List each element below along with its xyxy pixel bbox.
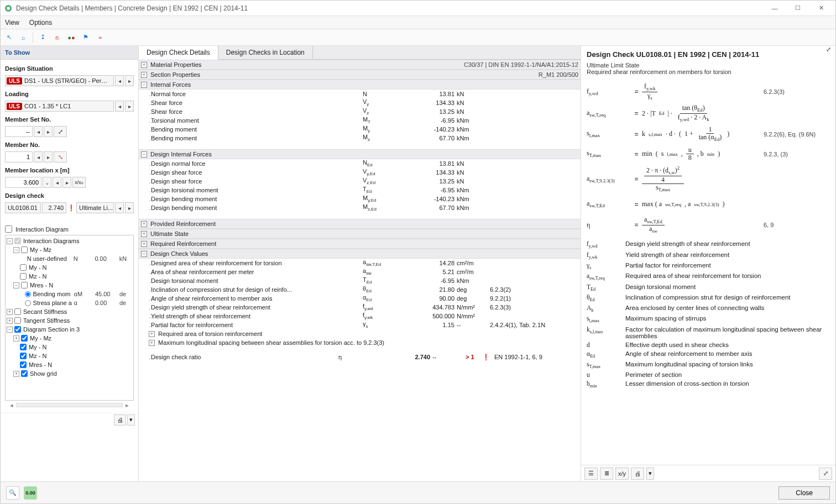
- formula-row: η=asw,T,Edasw6, 9: [587, 216, 830, 234]
- tab-location[interactable]: Design Checks in Location: [218, 46, 313, 59]
- data-row: Area of shear reinforcement per meterasw…: [139, 267, 581, 276]
- mset-next-button[interactable]: ▸: [44, 126, 53, 137]
- loading-label: Loading: [5, 91, 134, 97]
- loading-prev-button[interactable]: ◂: [115, 101, 124, 112]
- left-heading: To Show: [1, 46, 138, 60]
- dc-name-combo[interactable]: Ultimate Li... ⌄: [76, 202, 114, 213]
- mno-prev-button[interactable]: ◂: [34, 151, 43, 162]
- left-print-button[interactable]: 🖨: [114, 414, 126, 426]
- tool-dots-icon[interactable]: ●●: [65, 32, 77, 44]
- grp-internal-toggle[interactable]: −: [141, 82, 147, 88]
- rtool-list-icon[interactable]: ≣: [600, 468, 613, 480]
- definition-row: uPerimeter of section: [587, 370, 830, 379]
- mloc-next-button[interactable]: ▸: [62, 177, 71, 188]
- grp-dcv-toggle[interactable]: −: [141, 251, 147, 257]
- right-expand-icon[interactable]: ⤢: [826, 46, 834, 54]
- sub-reqarea-toggle[interactable]: +: [149, 331, 155, 337]
- design-situation-label: Design Situation: [5, 65, 134, 72]
- tab-details[interactable]: Design Check Details: [139, 46, 218, 60]
- data-row: Torsional momentMT-6.95kNm: [139, 116, 581, 125]
- interaction-tree[interactable]: −Interaction Diagrams −My - Mz N user-de…: [5, 235, 134, 401]
- tool-zoom-icon[interactable]: ⌕: [17, 32, 29, 44]
- tool-flag-icon[interactable]: ⚑: [80, 32, 92, 44]
- loading-combo[interactable]: ULS CO1 - 1.35 * LC1: [5, 101, 114, 112]
- member-no-input[interactable]: [5, 151, 33, 162]
- grp-ultimate-toggle[interactable]: +: [141, 231, 147, 237]
- formula-row: asw,T,9.2.3(3)=2 · π · (ds,w)24sT,max: [587, 166, 830, 193]
- data-row: Yield strength of shear reinforcementfy,…: [139, 312, 581, 321]
- definition-row: αEdAngle of shear reinforcement to membe…: [587, 349, 830, 360]
- dc-id: UL0108.01: [5, 202, 41, 213]
- footer-search-icon[interactable]: 🔍: [6, 486, 19, 500]
- tree-hscroll[interactable]: ◂▸: [5, 401, 134, 410]
- member-set-input[interactable]: [5, 126, 33, 137]
- app-icon: [4, 4, 13, 13]
- menubar: View Options: [1, 16, 835, 29]
- rtool-expand-icon[interactable]: ⤢: [819, 468, 832, 480]
- right-toolbar: ☰ ≣ x/y 🖨 ▾ ⤢: [581, 465, 835, 481]
- close-button[interactable]: Close: [778, 486, 830, 500]
- mloc-prev-button[interactable]: ◂: [53, 177, 61, 188]
- minimize-button[interactable]: —: [764, 2, 786, 15]
- design-check-label: Design check: [5, 192, 134, 199]
- right-panel: ⤢ Design Check UL0108.01 | EN 1992 | CEN…: [581, 46, 835, 481]
- design-situation-combo[interactable]: ULS DS1 - ULS (STR/GEO) - Permane...: [5, 75, 114, 86]
- member-no-label: Member No.: [5, 141, 134, 148]
- mno-pick-icon[interactable]: ⤡: [54, 151, 67, 162]
- mloc-dd-button[interactable]: ⌄: [43, 177, 51, 188]
- dc-next-button[interactable]: ▸: [125, 202, 134, 213]
- tree-toggle[interactable]: −: [7, 238, 13, 244]
- mno-next-button[interactable]: ▸: [44, 151, 53, 162]
- data-row: Shear forceVy134.33kN: [139, 98, 581, 107]
- interaction-diagram-checkbox[interactable]: Interaction Diagram: [5, 225, 134, 233]
- maximize-button[interactable]: ☐: [787, 2, 809, 15]
- data-row: Bending momentMz67.70kNm: [139, 134, 581, 143]
- grp-dinternal-toggle[interactable]: −: [141, 151, 147, 158]
- definition-row: sT,maxMaximum longitudinal spacing of to…: [587, 360, 830, 370]
- footer: 🔍 0.00 Close: [1, 481, 835, 503]
- footer-decimal-icon[interactable]: 0.00: [24, 486, 37, 500]
- grp-section-toggle[interactable]: +: [141, 72, 147, 78]
- definition-row: AkArea enclosed by center lines of conne…: [587, 303, 830, 314]
- center-tabs: Design Check Details Design Checks in Lo…: [139, 46, 581, 60]
- tool-wave-icon[interactable]: ≈: [94, 32, 106, 44]
- mset-prev-button[interactable]: ◂: [34, 126, 43, 137]
- close-window-button[interactable]: ✕: [810, 2, 832, 15]
- ds-prev-button[interactable]: ◂: [115, 75, 124, 86]
- dc-prev-button[interactable]: ◂: [115, 202, 124, 213]
- mset-pick-icon[interactable]: ⤢: [54, 126, 67, 137]
- rtool-print-icon[interactable]: 🖨: [631, 468, 644, 480]
- loading-next-button[interactable]: ▸: [125, 101, 134, 112]
- rtool-print-dd[interactable]: ▾: [646, 468, 654, 480]
- window-title: Design Check Details | Members | Concret…: [16, 4, 764, 12]
- formula-row: asw,T,Ed=max ( asw,T,req , asw,T,9.2.3(3…: [587, 196, 830, 213]
- member-loc-input[interactable]: [5, 177, 41, 188]
- tool-select-icon[interactable]: ↖: [3, 32, 15, 44]
- definition-row: θEdInclination of compression strut for …: [587, 293, 830, 303]
- data-row: Design normal forceNEd13.81kN: [139, 159, 581, 168]
- formula-row: asw,T,req=2 · |TEd| · tan (θEd)fy,wd · 2…: [587, 104, 830, 123]
- grp-material-toggle[interactable]: +: [141, 62, 147, 68]
- titlebar: Design Check Details | Members | Concret…: [1, 1, 835, 16]
- grp-provided-toggle[interactable]: +: [141, 221, 147, 227]
- tool-arrow-down-icon[interactable]: ↧: [36, 32, 49, 44]
- details-table: +Material PropertiesC30/37 | DIN EN 1992…: [139, 60, 581, 481]
- rtool-fraction-icon[interactable]: x/y: [615, 468, 629, 480]
- tool-braces-icon[interactable]: ⎋: [51, 32, 63, 44]
- formula-row: fy,wd=fy,wkγs6.2.3(3): [587, 83, 830, 101]
- formula-row: sl,max=ks,l,max · d · ( 1 + 1tan (αEd) )…: [587, 126, 830, 143]
- grp-required-toggle[interactable]: +: [141, 241, 147, 247]
- mloc-x-icon[interactable]: x/x₀: [72, 177, 86, 188]
- left-print-dd-button[interactable]: ▾: [127, 414, 135, 426]
- data-row: Design bending momentMy,Ed-140.23kNm: [139, 195, 581, 203]
- menu-options[interactable]: Options: [29, 19, 52, 27]
- app-window: Design Check Details | Members | Concret…: [0, 0, 836, 504]
- definition-row: fy,wdDesign yield strength of shear rein…: [587, 239, 830, 250]
- sub-maxlong-toggle[interactable]: +: [149, 340, 155, 346]
- definition-row: fy,wkYield strength of shear reinforceme…: [587, 250, 830, 261]
- ds-next-button[interactable]: ▸: [125, 75, 134, 86]
- uls-tag-2: ULS: [7, 103, 22, 110]
- menu-view[interactable]: View: [5, 19, 19, 27]
- data-row: Design bending momentMz,Ed67.70kNm: [139, 203, 581, 212]
- rtool-tree-icon[interactable]: ☰: [584, 468, 598, 480]
